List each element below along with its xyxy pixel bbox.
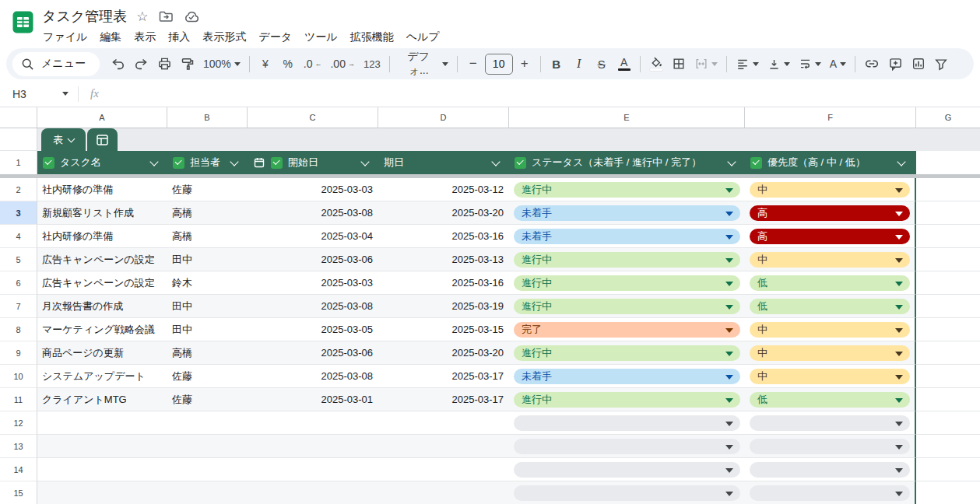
row-header-13[interactable]: 13 [0, 435, 37, 458]
column-header-A[interactable]: A [37, 107, 167, 128]
priority-chip[interactable] [750, 462, 910, 478]
task-cell[interactable]: 社内研修の準備 [37, 178, 167, 201]
empty-grid-cell[interactable] [916, 458, 980, 481]
search-menus-button[interactable]: メニュー [12, 52, 100, 76]
row-header-2[interactable]: 2 [0, 178, 37, 201]
priority-chip[interactable] [750, 415, 910, 431]
row-header-3[interactable]: 3 [0, 201, 37, 225]
table-header-c[interactable]: 開始日 [248, 151, 378, 174]
priority-chip[interactable]: 中 [750, 252, 910, 268]
status-chip[interactable]: 進行中 [514, 345, 740, 361]
priority-chip[interactable]: 中 [750, 322, 910, 338]
paint-format-button[interactable] [177, 53, 198, 75]
empty-grid-cell[interactable] [916, 481, 980, 504]
empty-grid-cell[interactable] [916, 295, 980, 318]
row-header-7[interactable]: 7 [0, 295, 37, 318]
priority-chip-cell[interactable]: 低 [745, 295, 915, 317]
start-date-cell[interactable] [248, 435, 378, 457]
task-cell[interactable]: 商品ページの更新 [37, 341, 167, 364]
status-chip-cell[interactable]: 進行中 [509, 271, 745, 294]
due-date-cell[interactable] [378, 481, 509, 504]
priority-chip-cell[interactable]: 高 [745, 225, 915, 247]
vertical-align-button[interactable] [764, 53, 794, 75]
empty-grid-cell[interactable] [916, 318, 980, 341]
due-date-cell[interactable] [378, 458, 509, 481]
checkbox-icon[interactable] [43, 157, 54, 169]
priority-chip-cell[interactable] [745, 481, 915, 504]
empty-grid-cell[interactable] [916, 365, 980, 388]
status-chip-cell[interactable]: 完了 [509, 318, 745, 341]
row-header-1[interactable]: 1 [0, 151, 37, 174]
start-date-cell[interactable] [248, 458, 378, 481]
due-date-cell[interactable]: 2025-03-20 [378, 341, 509, 364]
priority-chip-cell[interactable]: 中 [745, 365, 915, 387]
start-date-cell[interactable]: 2025-03-08 [248, 365, 378, 387]
priority-chip-cell[interactable] [745, 458, 915, 481]
priority-chip-cell[interactable]: 中 [745, 318, 915, 341]
table-header-b[interactable]: 担当者 [167, 151, 248, 174]
decrease-font-size-button[interactable]: − [462, 53, 484, 75]
row-header-15[interactable]: 15 [0, 481, 37, 504]
redo-button[interactable] [130, 53, 153, 75]
assignee-cell[interactable]: 高橋 [167, 341, 248, 364]
status-chip-cell[interactable]: 進行中 [509, 248, 745, 271]
chevron-down-icon[interactable] [360, 157, 369, 166]
column-header-E[interactable]: E [509, 107, 745, 128]
start-date-cell[interactable]: 2025-03-08 [248, 201, 378, 224]
task-cell[interactable]: 社内研修の準備 [37, 225, 167, 247]
status-chip-cell[interactable]: 進行中 [509, 178, 745, 201]
text-color-button[interactable]: A [613, 53, 635, 75]
column-header-C[interactable]: C [248, 107, 378, 128]
document-title[interactable]: タスク管理表 [42, 7, 127, 26]
assignee-cell[interactable]: 田中 [167, 248, 248, 271]
menu-item-0[interactable]: ファイル [37, 29, 93, 46]
table-name-tab[interactable]: 表 [41, 128, 86, 151]
priority-chip-cell[interactable]: 低 [745, 271, 915, 294]
status-chip-cell[interactable]: 未着手 [509, 201, 745, 224]
assignee-cell[interactable]: 佐藤 [167, 365, 248, 387]
insert-chart-button[interactable] [908, 53, 929, 75]
due-date-cell[interactable]: 2025-03-19 [378, 295, 509, 317]
assignee-cell[interactable]: 高橋 [167, 225, 248, 247]
font-size-input[interactable]: 10 [485, 54, 513, 75]
menu-item-3[interactable]: 挿入 [162, 29, 196, 46]
due-date-cell[interactable]: 2025-03-17 [378, 388, 509, 411]
due-date-cell[interactable]: 2025-03-12 [378, 178, 509, 201]
checkbox-icon[interactable] [173, 157, 184, 169]
table-header-e[interactable]: ステータス（未着手 / 進行中 / 完了） [509, 151, 745, 174]
chevron-down-icon[interactable] [149, 157, 158, 166]
due-date-cell[interactable]: 2025-03-15 [378, 318, 509, 341]
menu-item-1[interactable]: 編集 [93, 29, 128, 46]
column-header-G[interactable]: G [916, 107, 980, 128]
percent-format-button[interactable]: % [277, 53, 299, 75]
menu-item-7[interactable]: 拡張機能 [344, 29, 400, 46]
star-icon[interactable]: ☆ [136, 10, 148, 23]
status-chip[interactable]: 進行中 [514, 275, 740, 291]
start-date-cell[interactable]: 2025-03-01 [248, 388, 378, 411]
text-rotation-button[interactable]: A [826, 53, 850, 75]
due-date-cell[interactable]: 2025-03-16 [378, 225, 509, 247]
task-cell[interactable]: システムアップデート [37, 365, 167, 387]
priority-chip-cell[interactable]: 低 [745, 388, 915, 411]
empty-grid-cell[interactable] [916, 248, 980, 271]
row-header-8[interactable]: 8 [0, 318, 37, 341]
status-chip-cell[interactable] [509, 458, 745, 481]
menu-item-8[interactable]: ヘルプ [400, 29, 446, 46]
row-header-10[interactable]: 10 [0, 365, 37, 388]
column-header-D[interactable]: D [378, 107, 509, 128]
start-date-cell[interactable]: 2025-03-03 [248, 178, 378, 201]
status-chip-cell[interactable]: 未着手 [509, 225, 745, 247]
insert-comment-button[interactable] [884, 53, 907, 75]
status-chip[interactable] [514, 415, 740, 431]
priority-chip[interactable]: 低 [750, 392, 910, 408]
move-folder-icon[interactable] [158, 9, 174, 23]
column-header-F[interactable]: F [745, 107, 916, 128]
row-header-11[interactable]: 11 [0, 388, 37, 411]
assignee-cell[interactable]: 佐藤 [167, 388, 248, 411]
chevron-down-icon[interactable] [727, 157, 736, 166]
chevron-down-icon[interactable] [897, 157, 905, 166]
status-chip[interactable]: 未着手 [514, 229, 740, 244]
task-cell[interactable] [37, 411, 167, 434]
due-date-cell[interactable] [378, 435, 509, 457]
column-header-B[interactable]: B [167, 107, 248, 128]
